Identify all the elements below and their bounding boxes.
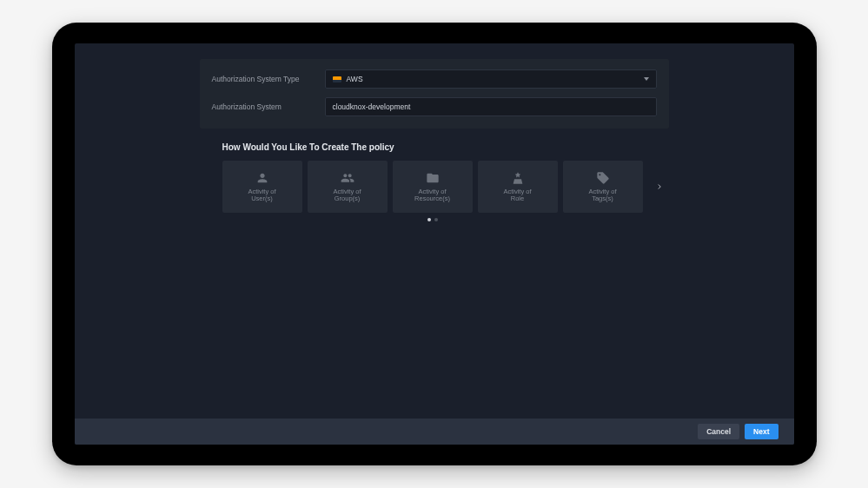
role-icon xyxy=(511,171,525,185)
create-policy-heading: How Would You Like To Create The policy xyxy=(222,142,759,152)
aws-icon xyxy=(333,76,341,82)
group-icon xyxy=(341,171,354,185)
card-activity-users[interactable]: Activity of User(s) xyxy=(222,161,302,213)
chevron-down-icon xyxy=(644,77,649,81)
card-line2: Tags(s) xyxy=(592,195,613,202)
carousel-dot-1[interactable] xyxy=(427,218,431,221)
auth-system-type-label: Authorization System Type xyxy=(212,75,325,83)
footer-bar: Cancel Next xyxy=(75,419,794,445)
auth-system-type-select[interactable]: AWS xyxy=(325,69,657,89)
main-content: Authorization System Type AWS Authorizat… xyxy=(75,43,794,419)
card-activity-resources[interactable]: Activity of Resource(s) xyxy=(393,161,473,213)
card-line2: Group(s) xyxy=(335,195,361,202)
auth-system-label: Authorization System xyxy=(212,102,325,111)
card-activity-role[interactable]: Activity of Role xyxy=(478,161,558,213)
card-line2: Role xyxy=(511,195,524,202)
cancel-button[interactable]: Cancel xyxy=(698,424,739,439)
auth-system-type-value: AWS xyxy=(347,75,363,83)
carousel-dots xyxy=(222,218,643,221)
policy-options-row: Activity of User(s) Activity of Group(s)… xyxy=(222,161,759,213)
auth-system-row: Authorization System cloudknox-developme… xyxy=(212,97,657,116)
tags-icon xyxy=(596,171,610,185)
auth-system-input[interactable]: cloudknox-development xyxy=(325,97,657,116)
user-icon xyxy=(255,171,269,185)
carousel-next-button[interactable] xyxy=(652,179,667,195)
card-activity-tags[interactable]: Activity of Tags(s) xyxy=(563,161,643,213)
card-activity-groups[interactable]: Activity of Group(s) xyxy=(308,161,388,213)
next-button[interactable]: Next xyxy=(745,424,778,439)
auth-system-type-row: Authorization System Type AWS xyxy=(212,69,657,89)
auth-system-value: cloudknox-development xyxy=(333,102,411,111)
authorization-form-panel: Authorization System Type AWS Authorizat… xyxy=(200,59,669,129)
card-line2: Resource(s) xyxy=(414,195,450,202)
card-line2: User(s) xyxy=(251,195,273,202)
folder-icon xyxy=(426,171,440,185)
device-frame: Authorization System Type AWS Authorizat… xyxy=(52,23,817,465)
app-screen: Authorization System Type AWS Authorizat… xyxy=(75,43,794,445)
chevron-right-icon xyxy=(655,182,664,191)
carousel-dot-2[interactable] xyxy=(434,218,438,221)
